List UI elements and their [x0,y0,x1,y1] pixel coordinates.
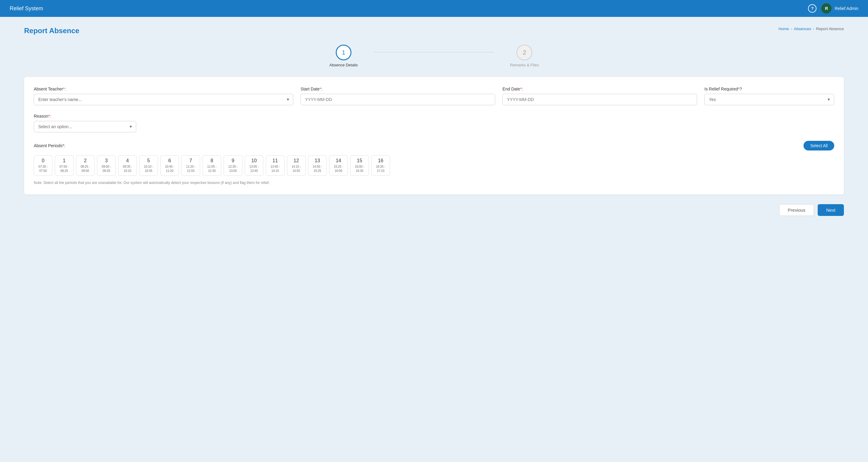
app-title: Relief System [10,5,43,12]
period-time: 13:40 -14:15 [270,165,280,173]
step-line [374,52,494,53]
period-time: 10:45 -11:20 [165,165,174,173]
step-1: 1 Absence Details [313,45,374,67]
breadcrumb-absences[interactable]: Absences [794,27,811,31]
step-2-label: Remarks & Files [510,63,538,67]
period-item[interactable]: 13 14:50 -15:25 [308,155,327,176]
period-number: 11 [273,158,278,164]
periods-label: Absent Periods*: [34,143,65,148]
required-star-6: * [62,143,64,148]
period-number: 0 [42,158,44,164]
relief-required-label: Is Relief Required*? [704,87,834,91]
period-number: 8 [211,158,213,164]
start-date-input[interactable] [301,94,495,105]
step-1-label: Absence Details [330,63,358,67]
period-number: 16 [378,158,383,164]
periods-note: Note: Select all the periods that you ar… [34,181,834,185]
page-title: Report Absence [24,27,79,35]
period-item[interactable]: 14 15:25 -16:00 [329,155,348,176]
reason-select-wrapper: Select an option... ▼ [34,121,136,133]
end-date-group: End Date*: [502,87,697,105]
period-number: 4 [126,158,129,164]
period-item[interactable]: 3 09:00 -09:35 [97,155,116,176]
period-number: 14 [336,158,341,164]
period-number: 9 [232,158,235,164]
form-card: Absent Teacher*: Enter teacher's name...… [24,77,844,195]
period-time: 11:55 -12:30 [207,165,216,173]
next-button[interactable]: Next [818,204,844,216]
end-date-label: End Date*: [502,87,697,91]
period-item[interactable]: 9 12:30 -13:05 [224,155,242,176]
period-time: 08:25 -09:00 [81,165,90,173]
end-date-input[interactable] [502,94,697,105]
relief-required-group: Is Relief Required*? Yes No ▼ [704,87,834,105]
steps-wrapper: 1 Absence Details 2 Remarks & Files [24,45,844,67]
period-item[interactable]: 6 10:45 -11:20 [160,155,179,176]
period-item[interactable]: 5 10:10 -10:45 [139,155,158,176]
required-star-5: * [48,114,50,118]
start-date-label: Start Date*: [301,87,495,91]
period-item[interactable]: 7 11:20 -11:55 [181,155,200,176]
absent-teacher-group: Absent Teacher*: Enter teacher's name...… [34,87,293,105]
period-number: 1 [63,158,66,164]
period-time: 15:25 -16:00 [334,165,343,173]
period-number: 2 [84,158,87,164]
period-time: 09:00 -09:35 [101,165,111,173]
step-2: 2 Remarks & Files [494,45,555,67]
period-time: 10:10 -10:45 [144,165,153,173]
admin-name: Relief Admin [835,6,858,11]
reason-label: Reason*: [34,114,136,118]
breadcrumb-sep-2: › [813,27,814,31]
period-number: 6 [168,158,171,164]
period-time: 14:50 -15:25 [313,165,322,173]
absent-teacher-label: Absent Teacher*: [34,87,293,91]
period-item[interactable]: 8 11:55 -12:30 [203,155,221,176]
step-2-circle: 2 [517,45,532,60]
reason-group: Reason*: Select an option... ▼ [34,114,136,133]
periods-header: Absent Periods*: Select All [34,141,834,150]
absent-periods-section: Absent Periods*: Select All 0 07:30 -07:… [34,141,834,185]
period-item[interactable]: 2 08:25 -09:00 [76,155,95,176]
breadcrumb-current: Report Absence [816,27,844,31]
period-number: 5 [147,158,150,164]
breadcrumb-home[interactable]: Home [778,27,789,31]
period-item[interactable]: 10 13:05 -13:40 [245,155,264,176]
required-star-3: * [520,87,522,91]
absent-teacher-select[interactable]: Enter teacher's name... [34,94,293,105]
period-time: 11:20 -11:55 [186,165,195,173]
step-1-circle: 1 [336,45,351,60]
absent-teacher-select-wrapper: Enter teacher's name... ▼ [34,94,293,105]
period-number: 3 [105,158,108,164]
period-item[interactable]: 1 07:50 -08:25 [55,155,73,176]
relief-required-select[interactable]: Yes No [704,94,834,105]
period-time: 09:35 -10:10 [123,165,132,173]
header-right: ? R Relief Admin [808,3,858,13]
period-item[interactable]: 15 16:00 -16:35 [350,155,369,176]
previous-button[interactable]: Previous [779,204,814,216]
period-time: 07:30 -07:50 [38,165,48,173]
period-item[interactable]: 16 16:35 -17:10 [371,155,390,176]
help-icon[interactable]: ? [808,4,816,13]
period-number: 15 [357,158,362,164]
period-item[interactable]: 11 13:40 -14:15 [266,155,284,176]
period-item[interactable]: 0 07:30 -07:50 [34,155,53,176]
period-time: 16:35 -17:10 [376,165,385,173]
breadcrumb: Home › Absences › Report Absence [778,27,844,31]
nav-footer: Previous Next [24,204,844,216]
period-time: 13:05 -13:40 [249,165,258,173]
avatar: R [821,3,832,13]
period-item[interactable]: 4 09:35 -10:10 [118,155,137,176]
reason-select[interactable]: Select an option... [34,121,136,133]
period-item[interactable]: 12 14:15 -14:50 [287,155,306,176]
breadcrumb-sep-1: › [791,27,792,31]
period-number: 13 [315,158,320,164]
form-row-2: Reason*: Select an option... ▼ [34,114,834,133]
page-header: Report Absence Home › Absences › Report … [24,27,844,35]
page-content: Report Absence Home › Absences › Report … [0,17,868,226]
required-star-1: * [63,87,64,91]
form-row-1: Absent Teacher*: Enter teacher's name...… [34,87,834,105]
periods-grid: 0 07:30 -07:50 1 07:50 -08:25 2 08:25 -0… [34,155,834,176]
period-time: 12:30 -13:05 [228,165,238,173]
period-time: 14:15 -14:50 [291,165,301,173]
select-all-button[interactable]: Select All [804,141,834,150]
